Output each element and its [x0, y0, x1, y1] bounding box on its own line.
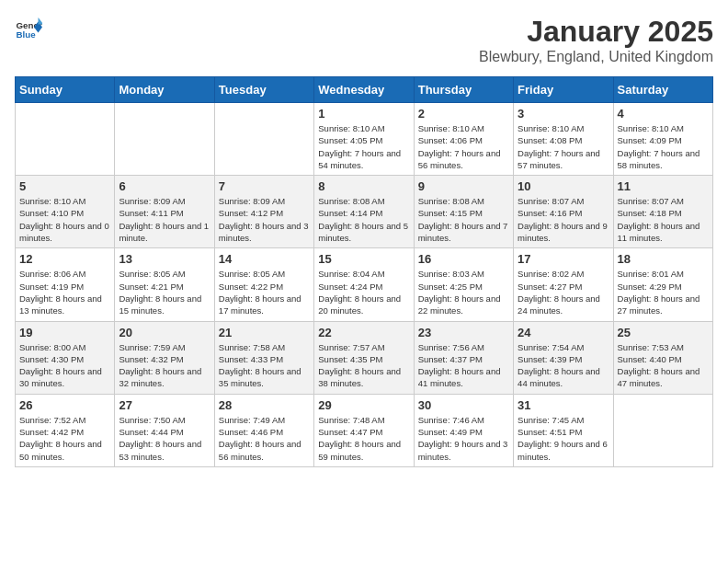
week-row-3: 19Sunrise: 8:00 AM Sunset: 4:30 PM Dayli… — [16, 321, 713, 394]
calendar-cell: 7Sunrise: 8:09 AM Sunset: 4:12 PM Daylig… — [214, 176, 313, 248]
calendar-cell: 28Sunrise: 7:49 AM Sunset: 4:46 PM Dayli… — [214, 394, 313, 466]
week-row-4: 26Sunrise: 7:52 AM Sunset: 4:42 PM Dayli… — [16, 394, 713, 466]
calendar-cell: 12Sunrise: 8:06 AM Sunset: 4:19 PM Dayli… — [16, 248, 115, 321]
svg-text:Blue: Blue — [17, 29, 37, 40]
day-number: 2 — [418, 107, 509, 121]
calendar-cell: 8Sunrise: 8:08 AM Sunset: 4:14 PM Daylig… — [314, 176, 414, 248]
day-info: Sunrise: 8:10 AM Sunset: 4:10 PM Dayligh… — [19, 195, 110, 244]
calendar-cell — [16, 103, 115, 176]
calendar-cell — [613, 394, 712, 466]
day-number: 23 — [418, 326, 509, 339]
weekday-header-friday: Friday — [514, 77, 613, 103]
day-number: 12 — [19, 252, 110, 266]
day-info: Sunrise: 8:07 AM Sunset: 4:18 PM Dayligh… — [618, 195, 709, 244]
calendar-cell: 26Sunrise: 7:52 AM Sunset: 4:42 PM Dayli… — [16, 394, 115, 466]
day-number: 9 — [418, 179, 509, 193]
calendar-cell: 6Sunrise: 8:09 AM Sunset: 4:11 PM Daylig… — [115, 176, 214, 248]
weekday-header-saturday: Saturday — [613, 77, 712, 103]
calendar-cell: 9Sunrise: 8:08 AM Sunset: 4:15 PM Daylig… — [414, 176, 513, 248]
day-number: 13 — [119, 252, 210, 266]
day-number: 8 — [318, 179, 409, 193]
day-info: Sunrise: 8:10 AM Sunset: 4:09 PM Dayligh… — [618, 122, 709, 171]
day-info: Sunrise: 8:06 AM Sunset: 4:19 PM Dayligh… — [19, 268, 110, 316]
day-number: 7 — [219, 179, 310, 193]
calendar-cell: 16Sunrise: 8:03 AM Sunset: 4:25 PM Dayli… — [414, 248, 513, 321]
day-info: Sunrise: 7:48 AM Sunset: 4:47 PM Dayligh… — [318, 414, 409, 463]
calendar-cell: 17Sunrise: 8:02 AM Sunset: 4:27 PM Dayli… — [514, 248, 613, 321]
weekday-header-tuesday: Tuesday — [214, 77, 313, 103]
calendar-cell: 2Sunrise: 8:10 AM Sunset: 4:06 PM Daylig… — [414, 103, 513, 176]
day-info: Sunrise: 8:07 AM Sunset: 4:16 PM Dayligh… — [518, 195, 609, 244]
title-area: January 2025 Blewbury, England, United K… — [479, 15, 713, 65]
calendar-cell: 13Sunrise: 8:05 AM Sunset: 4:21 PM Dayli… — [115, 248, 214, 321]
day-info: Sunrise: 8:01 AM Sunset: 4:29 PM Dayligh… — [618, 268, 709, 316]
day-info: Sunrise: 8:00 AM Sunset: 4:30 PM Dayligh… — [19, 341, 110, 390]
day-info: Sunrise: 8:05 AM Sunset: 4:21 PM Dayligh… — [119, 268, 210, 316]
logo-icon: General Blue — [15, 15, 42, 42]
week-row-2: 12Sunrise: 8:06 AM Sunset: 4:19 PM Dayli… — [16, 248, 713, 321]
day-number: 4 — [618, 107, 709, 121]
day-info: Sunrise: 7:58 AM Sunset: 4:33 PM Dayligh… — [219, 341, 310, 390]
calendar-cell — [214, 103, 313, 176]
calendar-cell: 21Sunrise: 7:58 AM Sunset: 4:33 PM Dayli… — [214, 321, 313, 394]
day-info: Sunrise: 7:46 AM Sunset: 4:49 PM Dayligh… — [418, 414, 509, 463]
day-number: 11 — [618, 179, 709, 193]
day-number: 19 — [19, 326, 110, 339]
weekday-header-thursday: Thursday — [414, 77, 513, 103]
day-number: 15 — [318, 252, 409, 266]
calendar-cell: 19Sunrise: 8:00 AM Sunset: 4:30 PM Dayli… — [16, 321, 115, 394]
day-info: Sunrise: 7:59 AM Sunset: 4:32 PM Dayligh… — [119, 341, 210, 390]
day-number: 20 — [119, 326, 210, 339]
day-number: 30 — [418, 398, 509, 412]
calendar-cell: 22Sunrise: 7:57 AM Sunset: 4:35 PM Dayli… — [314, 321, 414, 394]
calendar-cell: 15Sunrise: 8:04 AM Sunset: 4:24 PM Dayli… — [314, 248, 414, 321]
calendar-cell: 3Sunrise: 8:10 AM Sunset: 4:08 PM Daylig… — [514, 103, 613, 176]
day-number: 24 — [518, 326, 609, 339]
day-number: 17 — [518, 252, 609, 266]
day-info: Sunrise: 8:08 AM Sunset: 4:15 PM Dayligh… — [418, 195, 509, 244]
day-number: 31 — [518, 398, 609, 412]
day-number: 10 — [518, 179, 609, 193]
calendar-cell: 11Sunrise: 8:07 AM Sunset: 4:18 PM Dayli… — [613, 176, 712, 248]
calendar-cell: 5Sunrise: 8:10 AM Sunset: 4:10 PM Daylig… — [16, 176, 115, 248]
calendar-cell: 29Sunrise: 7:48 AM Sunset: 4:47 PM Dayli… — [314, 394, 414, 466]
calendar-cell: 4Sunrise: 8:10 AM Sunset: 4:09 PM Daylig… — [613, 103, 712, 176]
day-number: 29 — [318, 398, 409, 412]
calendar-table: SundayMondayTuesdayWednesdayThursdayFrid… — [15, 76, 713, 467]
calendar-cell: 18Sunrise: 8:01 AM Sunset: 4:29 PM Dayli… — [613, 248, 712, 321]
day-info: Sunrise: 8:09 AM Sunset: 4:11 PM Dayligh… — [119, 195, 210, 244]
day-info: Sunrise: 8:04 AM Sunset: 4:24 PM Dayligh… — [318, 268, 409, 316]
day-number: 3 — [518, 107, 609, 121]
day-number: 28 — [219, 398, 310, 412]
header: General Blue January 2025 Blewbury, Engl… — [15, 15, 713, 65]
day-info: Sunrise: 8:10 AM Sunset: 4:05 PM Dayligh… — [318, 122, 409, 171]
calendar-cell — [115, 103, 214, 176]
day-number: 18 — [618, 252, 709, 266]
day-number: 1 — [318, 107, 409, 121]
weekday-header-sunday: Sunday — [16, 77, 115, 103]
day-info: Sunrise: 7:49 AM Sunset: 4:46 PM Dayligh… — [219, 414, 310, 463]
day-number: 27 — [119, 398, 210, 412]
day-info: Sunrise: 7:45 AM Sunset: 4:51 PM Dayligh… — [518, 414, 609, 463]
calendar-subtitle: Blewbury, England, United Kingdom — [479, 49, 713, 65]
day-number: 14 — [219, 252, 310, 266]
day-number: 21 — [219, 326, 310, 339]
day-number: 6 — [119, 179, 210, 193]
weekday-header-row: SundayMondayTuesdayWednesdayThursdayFrid… — [16, 77, 713, 103]
day-info: Sunrise: 8:05 AM Sunset: 4:22 PM Dayligh… — [219, 268, 310, 316]
day-info: Sunrise: 7:52 AM Sunset: 4:42 PM Dayligh… — [19, 414, 110, 463]
day-number: 25 — [618, 326, 709, 339]
calendar-cell: 30Sunrise: 7:46 AM Sunset: 4:49 PM Dayli… — [414, 394, 513, 466]
calendar-cell: 25Sunrise: 7:53 AM Sunset: 4:40 PM Dayli… — [613, 321, 712, 394]
day-info: Sunrise: 7:54 AM Sunset: 4:39 PM Dayligh… — [518, 341, 609, 390]
week-row-0: 1Sunrise: 8:10 AM Sunset: 4:05 PM Daylig… — [16, 103, 713, 176]
day-info: Sunrise: 8:09 AM Sunset: 4:12 PM Dayligh… — [219, 195, 310, 244]
calendar-cell: 27Sunrise: 7:50 AM Sunset: 4:44 PM Dayli… — [115, 394, 214, 466]
day-number: 16 — [418, 252, 509, 266]
calendar-cell: 10Sunrise: 8:07 AM Sunset: 4:16 PM Dayli… — [514, 176, 613, 248]
day-number: 5 — [19, 179, 110, 193]
calendar-cell: 1Sunrise: 8:10 AM Sunset: 4:05 PM Daylig… — [314, 103, 414, 176]
weekday-header-monday: Monday — [115, 77, 214, 103]
day-info: Sunrise: 8:03 AM Sunset: 4:25 PM Dayligh… — [418, 268, 509, 316]
day-info: Sunrise: 7:57 AM Sunset: 4:35 PM Dayligh… — [318, 341, 409, 390]
